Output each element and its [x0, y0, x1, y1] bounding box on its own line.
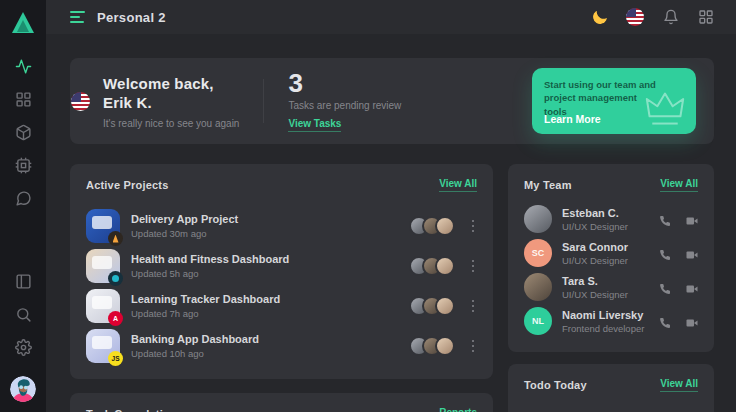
project-thumbnail — [86, 209, 120, 243]
task-completion-title: Task Completion — [86, 408, 177, 412]
menu-icon[interactable] — [70, 11, 85, 23]
active-projects-panel: Active Projects View All Delivery App Pr… — [70, 164, 493, 379]
video-call-icon[interactable] — [686, 247, 698, 259]
project-thumbnail — [86, 249, 120, 283]
promo-card[interactable]: Start using our team and project managem… — [532, 68, 696, 134]
task-completion-panel: Task Completion Reports — [70, 393, 493, 412]
member-role: UI/UX Designer — [562, 289, 628, 300]
pending-tasks-count: 3 — [288, 70, 401, 96]
dashboard-icon[interactable] — [15, 91, 32, 108]
todo-today-title: Todo Today — [524, 379, 587, 391]
kebab-menu-icon[interactable] — [469, 337, 478, 356]
video-call-icon[interactable] — [686, 281, 698, 293]
sidebar — [0, 0, 46, 412]
kebab-menu-icon[interactable] — [469, 217, 478, 236]
project-member-avatars — [409, 296, 455, 316]
video-call-icon[interactable] — [686, 213, 698, 225]
pending-tasks-label: Tasks are pending review — [288, 100, 401, 111]
project-updated: Updated 7h ago — [131, 308, 280, 319]
member-name: Esteban C. — [562, 207, 628, 219]
moon-icon[interactable] — [591, 8, 608, 25]
cpu-icon[interactable] — [15, 157, 32, 174]
chat-icon[interactable] — [15, 190, 32, 207]
kebab-menu-icon[interactable] — [469, 297, 478, 316]
phone-icon[interactable] — [659, 281, 671, 293]
active-projects-view-all-link[interactable]: View All — [439, 178, 477, 192]
bell-icon[interactable] — [663, 9, 679, 25]
active-projects-title: Active Projects — [86, 179, 168, 191]
welcome-subtitle: It's really nice to see you again — [103, 118, 239, 129]
top-header: Personal 2 — [46, 0, 736, 34]
javascript-icon: JS — [108, 351, 123, 366]
search-icon[interactable] — [15, 306, 32, 323]
welcome-greeting: Welcome back, — [103, 75, 214, 92]
project-updated: Updated 10h ago — [131, 348, 259, 359]
project-list: Delivery App Project Updated 30m ago Hea… — [86, 207, 477, 363]
welcome-text: Welcome back, Erik K. It's really nice t… — [103, 74, 239, 129]
pending-tasks-stat: 3 Tasks are pending review View Tasks — [288, 70, 401, 132]
kebab-menu-icon[interactable] — [469, 257, 478, 276]
project-updated: Updated 30m ago — [131, 228, 238, 239]
project-name: Learning Tracker Dashboard — [131, 293, 280, 305]
welcome-username: Erik K. — [103, 94, 152, 111]
project-row-health-fitness[interactable]: Health and Fitness Dashboard Updated 5h … — [86, 249, 477, 283]
header-actions — [593, 8, 714, 26]
project-member-avatars — [409, 256, 455, 276]
divider — [263, 79, 264, 123]
project-name: Health and Fitness Dashboard — [131, 253, 289, 265]
team-member-esteban[interactable]: Esteban C. UI/UX Designer — [524, 205, 698, 233]
my-team-panel: My Team View All Esteban C. UI/UX Design… — [508, 164, 714, 352]
member-role: UI/UX Designer — [562, 255, 628, 266]
member-role: Frontend developer — [562, 323, 644, 334]
project-name: Delivery App Project — [131, 213, 238, 225]
team-member-sara[interactable]: SC Sara Connor UI/UX Designer — [524, 239, 698, 267]
todo-today-view-all-link[interactable]: View All — [660, 378, 698, 392]
team-member-list: Esteban C. UI/UX Designer SC Sara Connor — [524, 205, 698, 335]
todo-today-panel: Todo Today View All — [508, 364, 714, 412]
layout-icon[interactable] — [15, 273, 32, 290]
learn-more-link[interactable]: Learn More — [544, 113, 601, 125]
member-role: UI/UX Designer — [562, 221, 628, 232]
sidebar-nav — [15, 58, 32, 207]
video-call-icon[interactable] — [686, 315, 698, 327]
project-row-banking-app[interactable]: JS Banking App Dashboard Updated 10h ago — [86, 329, 477, 363]
reports-link[interactable]: Reports — [439, 407, 477, 412]
box-icon[interactable] — [15, 124, 32, 141]
apps-icon[interactable] — [698, 9, 714, 25]
app-logo-icon[interactable] — [10, 10, 36, 36]
sidebar-user-avatar[interactable] — [10, 376, 36, 402]
member-avatar: NL — [524, 307, 552, 335]
member-name: Sara Connor — [562, 241, 628, 253]
team-member-tara[interactable]: Tara S. UI/UX Designer — [524, 273, 698, 301]
my-team-title: My Team — [524, 179, 572, 191]
project-thumbnail: JS — [86, 329, 120, 363]
view-tasks-link[interactable]: View Tasks — [288, 118, 341, 132]
user-flag-icon — [71, 92, 90, 111]
member-avatar: SC — [524, 239, 552, 267]
project-thumbnail: A — [86, 289, 120, 323]
phone-icon[interactable] — [659, 315, 671, 327]
member-avatar — [524, 273, 552, 301]
us-flag-icon[interactable] — [626, 8, 644, 26]
angular-icon: A — [108, 311, 123, 326]
phone-icon[interactable] — [659, 247, 671, 259]
project-row-learning-tracker[interactable]: A Learning Tracker Dashboard Updated 7h … — [86, 289, 477, 323]
project-member-avatars — [409, 216, 455, 236]
tech-badge-icon — [108, 271, 123, 286]
my-team-view-all-link[interactable]: View All — [660, 178, 698, 192]
page-title: Personal 2 — [97, 10, 166, 25]
project-updated: Updated 5h ago — [131, 268, 289, 279]
member-name: Naomi Liversky — [562, 309, 644, 321]
member-avatar — [524, 205, 552, 233]
activity-icon[interactable] — [15, 58, 32, 75]
sidebar-bottom-nav — [10, 273, 36, 402]
project-row-delivery-app[interactable]: Delivery App Project Updated 30m ago — [86, 209, 477, 243]
project-name: Banking App Dashboard — [131, 333, 259, 345]
team-member-naomi[interactable]: NL Naomi Liversky Frontend developer — [524, 307, 698, 335]
phone-icon[interactable] — [659, 213, 671, 225]
crown-icon — [642, 89, 688, 129]
main-content: Welcome back, Erik K. It's really nice t… — [46, 34, 736, 412]
project-member-avatars — [409, 336, 455, 356]
firebase-icon — [108, 231, 123, 246]
settings-gear-icon[interactable] — [15, 339, 32, 356]
